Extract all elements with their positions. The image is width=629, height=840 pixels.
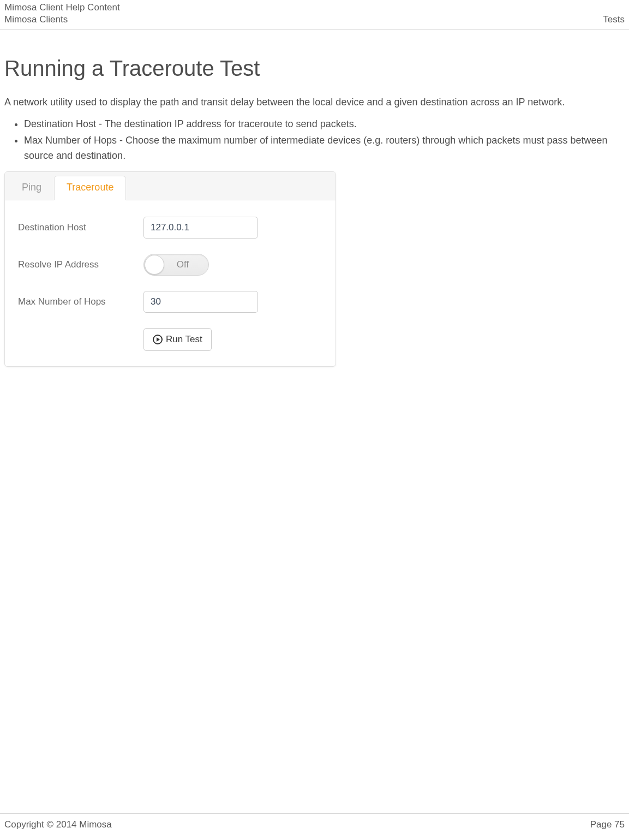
label-max-hops: Max Number of Hops — [18, 296, 143, 307]
header-breadcrumb-left: Mimosa Clients — [4, 14, 68, 25]
row-destination-host: Destination Host — [18, 217, 322, 239]
tab-traceroute[interactable]: Traceroute — [54, 176, 126, 200]
intro-paragraph: A network utility used to display the pa… — [4, 93, 625, 111]
toggle-knob — [145, 255, 164, 275]
panel-body: Destination Host Resolve IP Address Off … — [5, 200, 336, 366]
header-breadcrumb-right: Tests — [603, 14, 625, 25]
footer-copyright: Copyright © 2014 Mimosa — [4, 819, 112, 830]
play-circle-icon — [153, 335, 163, 344]
label-destination-host: Destination Host — [18, 222, 143, 233]
max-hops-input[interactable] — [143, 291, 258, 313]
bullet-list: Destination Host - The destination IP ad… — [24, 117, 625, 164]
resolve-ip-toggle[interactable]: Off — [143, 254, 209, 276]
tab-bar: Ping Traceroute — [5, 172, 336, 200]
traceroute-panel: Ping Traceroute Destination Host Resolve… — [4, 171, 336, 367]
tab-ping[interactable]: Ping — [9, 176, 54, 200]
header-line-1: Mimosa Client Help Content — [4, 2, 625, 13]
row-resolve-ip: Resolve IP Address Off — [18, 254, 322, 276]
doc-header: Mimosa Client Help Content Mimosa Client… — [0, 0, 629, 30]
label-resolve-ip: Resolve IP Address — [18, 259, 143, 270]
footer-page: Page 75 — [590, 819, 625, 830]
row-run: Run Test — [18, 328, 322, 351]
list-item: Destination Host - The destination IP ad… — [24, 117, 625, 132]
main-content: Running a Traceroute Test A network util… — [0, 30, 629, 813]
run-test-button[interactable]: Run Test — [143, 328, 212, 351]
doc-footer: Copyright © 2014 Mimosa Page 75 — [0, 813, 629, 840]
list-item: Max Number of Hops - Choose the maximum … — [24, 133, 625, 164]
run-test-label: Run Test — [166, 334, 202, 345]
page-title: Running a Traceroute Test — [4, 56, 625, 81]
row-max-hops: Max Number of Hops — [18, 291, 322, 313]
destination-host-input[interactable] — [143, 217, 258, 239]
